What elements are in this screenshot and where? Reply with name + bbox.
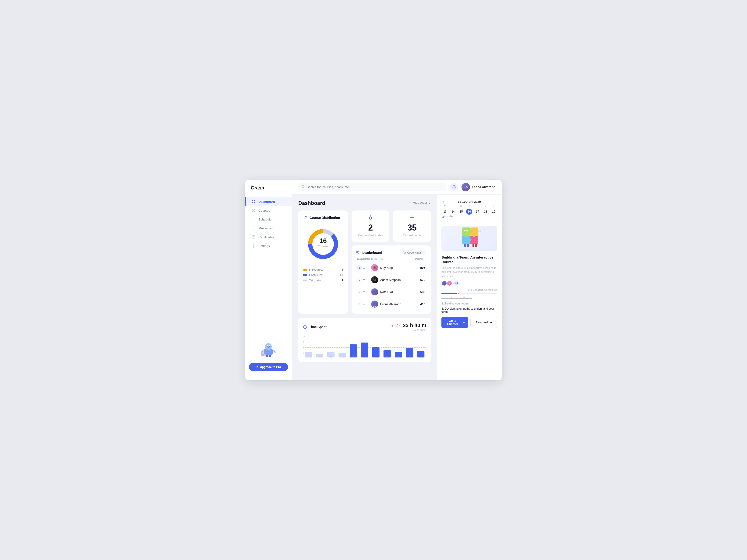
sidebar-item-courses[interactable]: Courses bbox=[245, 206, 292, 215]
chapter-item-2: 2. Building your team bbox=[441, 302, 497, 305]
cal-day-18[interactable]: 18 bbox=[483, 209, 489, 215]
legend-in-progress: In Progress 4 bbox=[303, 268, 343, 271]
member-points: 670 bbox=[407, 278, 425, 282]
calendar-title: 13-19 April 2020 bbox=[458, 200, 481, 204]
sidebar-nav: Dashboard Courses Schedule Messages bbox=[245, 197, 292, 250]
sidebar-item-dashboard[interactable]: Dashboard bbox=[245, 197, 292, 206]
table-row: 2 ▼ AS Adam Simpson 670 bbox=[356, 275, 426, 285]
svg-rect-72 bbox=[464, 244, 466, 247]
time-change-value: -12% bbox=[394, 324, 401, 327]
rank-2: 2 ▼ bbox=[357, 277, 371, 282]
topbar: LA Leona Alvarado bbox=[292, 180, 502, 195]
svg-text:✦: ✦ bbox=[261, 346, 263, 348]
pie-chart-icon bbox=[303, 215, 307, 220]
sidebar-item-messages[interactable]: Messages bbox=[245, 224, 292, 233]
upgrade-button[interactable]: ✦ Upgrade to Pro bbox=[249, 363, 288, 371]
rank-3: 3 ▼ bbox=[357, 290, 371, 294]
svg-point-70 bbox=[465, 231, 465, 231]
user-name: Leona Alvarado bbox=[472, 185, 495, 189]
you-badge: YOU bbox=[372, 306, 377, 308]
dashboard-main: Dashboard This Week Course D bbox=[292, 195, 437, 380]
member-name: Adam Simpson bbox=[380, 278, 401, 282]
rank-8: 8 ▲ bbox=[357, 302, 371, 306]
svg-rect-73 bbox=[467, 244, 469, 247]
leaderboard-title: Leaderboard bbox=[362, 251, 382, 255]
user-info[interactable]: LA Leona Alvarado bbox=[462, 183, 495, 191]
mascot-area: ✦ + + bbox=[249, 341, 288, 360]
svg-rect-1 bbox=[254, 200, 255, 202]
dashboard-icon bbox=[251, 199, 256, 204]
sidebar-item-certificates[interactable]: Certificates bbox=[245, 233, 292, 241]
svg-point-23 bbox=[455, 185, 456, 186]
calendar-prev-button[interactable]: ‹ bbox=[441, 199, 445, 204]
chapters-progress: 2/8 Chapters Completed bbox=[441, 288, 497, 291]
col-points: POINTS bbox=[407, 258, 425, 260]
cal-header-t: T bbox=[449, 204, 457, 208]
dashboard-header: Dashboard This Week bbox=[298, 200, 431, 206]
svg-text:S: S bbox=[376, 355, 377, 357]
svg-rect-3 bbox=[254, 202, 255, 203]
svg-text:T: T bbox=[420, 355, 421, 357]
right-panel: ‹ 13-19 April 2020 › M T W T F S S 13 14 bbox=[437, 195, 502, 380]
today-row: Today bbox=[441, 215, 497, 218]
cal-day-15[interactable]: 15 bbox=[458, 209, 464, 215]
member-name: Nate Diaz bbox=[380, 290, 393, 294]
svg-text:Courses: Courses bbox=[318, 245, 329, 248]
svg-rect-18 bbox=[266, 355, 268, 357]
sidebar-item-schedule-label: Schedule bbox=[258, 218, 272, 221]
cal-day-14[interactable]: 14 bbox=[450, 209, 456, 215]
member-points: 895 bbox=[407, 266, 425, 269]
course-illustration bbox=[441, 225, 497, 251]
sidebar-item-dashboard-label: Dashboard bbox=[258, 200, 275, 204]
cal-day-17[interactable]: 17 bbox=[474, 209, 481, 215]
time-sub-label: Hours spent bbox=[412, 328, 426, 331]
time-spent-header: Time Spent -12% 23 h 40 m Hours spent bbox=[303, 322, 426, 331]
rank-up-icon: ▲ bbox=[363, 303, 365, 305]
svg-rect-75 bbox=[475, 244, 477, 247]
search-input[interactable] bbox=[307, 185, 443, 189]
col-member: MEMBER bbox=[371, 258, 407, 260]
go-to-chapter-button[interactable]: Go to Chapter bbox=[441, 317, 468, 328]
leaderboard-filter-label: Code Kings bbox=[407, 251, 421, 254]
sidebar-item-settings[interactable]: Settings bbox=[245, 241, 292, 250]
calendar-grid: M T W T F S S 13 14 15 16 17 18 19 bbox=[441, 204, 497, 215]
member-avatar: MK bbox=[371, 264, 378, 271]
reschedule-button[interactable]: Reschedule bbox=[470, 317, 497, 328]
svg-rect-19 bbox=[269, 355, 271, 357]
course-distribution-card: Course Distribution bbox=[298, 211, 348, 314]
svg-point-7 bbox=[253, 245, 254, 247]
notification-button[interactable] bbox=[450, 183, 458, 191]
yet-to-start-count: 2 bbox=[341, 278, 343, 282]
svg-rect-66 bbox=[465, 234, 467, 237]
go-to-chapter-label: Go to Chapter bbox=[444, 319, 461, 326]
svg-point-13 bbox=[267, 346, 268, 347]
sidebar-item-schedule[interactable]: Schedule bbox=[245, 215, 292, 224]
course-avatar-2: A bbox=[446, 281, 452, 286]
completed-count: 10 bbox=[340, 273, 343, 277]
trophy-icon bbox=[409, 215, 415, 222]
leaderboard-header: Leaderboard Code Kings bbox=[356, 250, 426, 255]
cal-day-16[interactable]: 16 bbox=[466, 209, 472, 215]
leaderboard-filter[interactable]: Code Kings bbox=[402, 250, 426, 255]
time-stats: -12% 23 h 40 m Hours spent bbox=[391, 322, 426, 331]
certificate-icon bbox=[368, 215, 373, 222]
svg-text:16: 16 bbox=[319, 237, 327, 244]
cal-day-13[interactable]: 13 bbox=[442, 209, 448, 215]
chapter-list: 1. Introduction to Course 2. Building yo… bbox=[441, 297, 497, 314]
yet-to-start-label: Yet to start bbox=[309, 279, 323, 282]
cal-day-19[interactable]: 19 bbox=[491, 209, 497, 215]
cal-header-w: W bbox=[458, 204, 465, 208]
upgrade-label: Upgrade to Pro bbox=[260, 365, 281, 369]
topbar-right: LA Leona Alvarado bbox=[450, 183, 495, 191]
svg-text:M: M bbox=[386, 355, 388, 357]
week-filter[interactable]: This Week bbox=[413, 202, 431, 205]
svg-rect-5 bbox=[252, 227, 255, 229]
svg-point-14 bbox=[269, 346, 270, 347]
time-spent-title-text: Time Spent bbox=[309, 325, 327, 329]
course-avatar-1: L bbox=[441, 281, 447, 286]
calendar-next-button[interactable]: › bbox=[493, 199, 497, 204]
member-avatar: AS bbox=[371, 276, 378, 283]
yet-to-start-dot bbox=[303, 279, 307, 282]
svg-rect-64 bbox=[469, 230, 471, 233]
search-wrap[interactable] bbox=[298, 183, 446, 191]
